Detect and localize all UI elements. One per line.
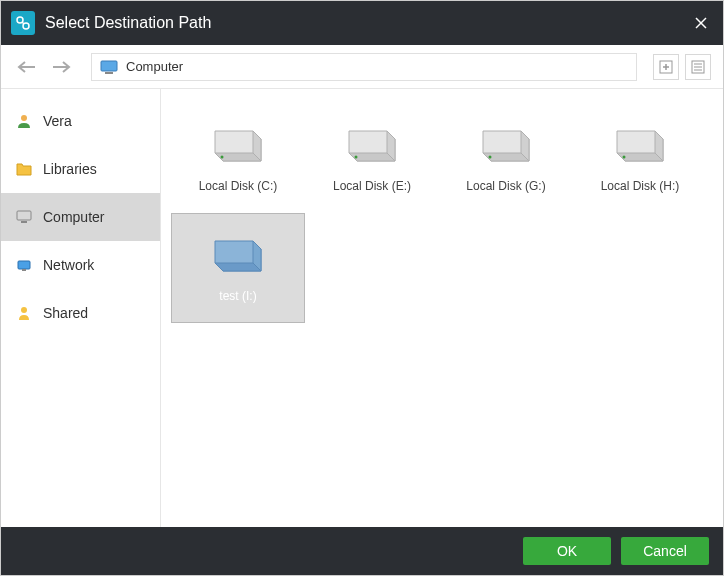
new-folder-button[interactable] (653, 54, 679, 80)
sidebar-item-label: Shared (43, 305, 88, 321)
drive-item[interactable]: Local Disk (E:) (305, 103, 439, 213)
shared-icon (15, 304, 33, 322)
svg-rect-20 (22, 269, 26, 271)
sidebar-item-libraries[interactable]: Libraries (1, 145, 160, 193)
drive-item[interactable]: Local Disk (C:) (171, 103, 305, 213)
dialog-window: Select Destination Path Computer (0, 0, 724, 576)
drive-label: Local Disk (G:) (466, 179, 545, 193)
forward-button[interactable] (47, 53, 75, 81)
sidebar: Vera Libraries Computer Network (1, 89, 161, 527)
computer-icon (15, 208, 33, 226)
cancel-button[interactable]: Cancel (621, 537, 709, 565)
user-icon (15, 112, 33, 130)
svg-point-21 (21, 307, 27, 313)
sidebar-item-vera[interactable]: Vera (1, 97, 160, 145)
toolbar: Computer (1, 45, 723, 89)
sidebar-item-computer[interactable]: Computer (1, 193, 160, 241)
drive-item[interactable]: Local Disk (G:) (439, 103, 573, 213)
svg-point-25 (221, 156, 224, 159)
app-icon (11, 11, 35, 35)
drive-label: Local Disk (C:) (199, 179, 278, 193)
view-list-button[interactable] (685, 54, 711, 80)
folder-icon (15, 160, 33, 178)
drive-icon (340, 123, 404, 169)
network-icon (15, 256, 33, 274)
drive-icon (608, 123, 672, 169)
toolbar-right (653, 54, 711, 80)
drive-label: test (I:) (219, 289, 256, 303)
svg-point-33 (489, 156, 492, 159)
ok-button[interactable]: OK (523, 537, 611, 565)
window-title: Select Destination Path (45, 14, 689, 32)
back-button[interactable] (13, 53, 41, 81)
sidebar-item-network[interactable]: Network (1, 241, 160, 289)
arrow-left-icon (17, 60, 37, 74)
close-button[interactable] (689, 11, 713, 35)
content-pane: Local Disk (C:) Local Disk (E:) Local Di… (161, 89, 723, 527)
titlebar: Select Destination Path (1, 1, 723, 45)
svg-point-29 (355, 156, 358, 159)
close-icon (694, 16, 708, 30)
dialog-body: Vera Libraries Computer Network (1, 89, 723, 527)
drive-item[interactable]: test (I:) (171, 213, 305, 323)
sidebar-item-shared[interactable]: Shared (1, 289, 160, 337)
footer: OK Cancel (1, 527, 723, 575)
svg-rect-18 (21, 221, 27, 223)
drive-label: Local Disk (H:) (601, 179, 680, 193)
drive-icon (206, 123, 270, 169)
svg-point-16 (21, 115, 27, 121)
svg-point-37 (623, 156, 626, 159)
list-icon (691, 60, 705, 74)
drive-label: Local Disk (E:) (333, 179, 411, 193)
drive-icon (206, 233, 270, 279)
drive-item[interactable]: Local Disk (H:) (573, 103, 707, 213)
svg-line-2 (22, 22, 24, 24)
svg-rect-17 (17, 211, 31, 220)
sidebar-item-label: Computer (43, 209, 104, 225)
sidebar-item-label: Network (43, 257, 94, 273)
sidebar-item-label: Vera (43, 113, 72, 129)
svg-rect-19 (18, 261, 30, 269)
breadcrumb[interactable]: Computer (91, 53, 637, 81)
svg-rect-7 (101, 61, 117, 71)
plus-icon (659, 60, 673, 74)
svg-rect-8 (105, 72, 113, 74)
arrow-right-icon (51, 60, 71, 74)
breadcrumb-path: Computer (126, 59, 183, 74)
drive-icon (474, 123, 538, 169)
computer-icon (100, 60, 118, 74)
sidebar-item-label: Libraries (43, 161, 97, 177)
